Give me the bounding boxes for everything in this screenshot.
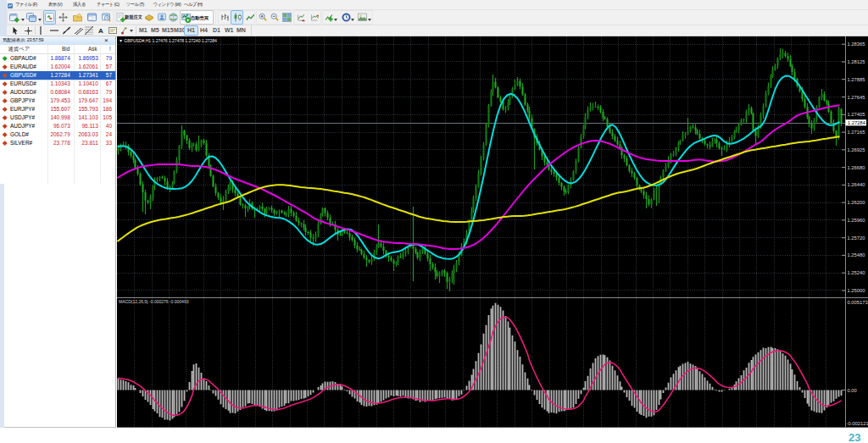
- svg-text:0.00: 0.00: [848, 388, 857, 393]
- svg-text:1.28365: 1.28365: [848, 42, 865, 47]
- svg-text:▼ GBPUSD#,H1 1.27476 1.27478: ▼ GBPUSD#,H1 1.27476 1.27478 1.27240 1.2…: [119, 38, 217, 43]
- svg-text:1.27165: 1.27165: [848, 130, 865, 135]
- svg-text:0.005173: 0.005173: [848, 300, 868, 305]
- svg-text:1.27645: 1.27645: [848, 95, 865, 100]
- svg-text:1.25000: 1.25000: [848, 288, 865, 293]
- svg-text:1.28125: 1.28125: [848, 59, 865, 64]
- svg-text:MACD(12,26,9) -0.000276 -0.000: MACD(12,26,9) -0.000276 -0.000493: [119, 299, 189, 304]
- svg-text:1.27284: 1.27284: [848, 120, 866, 125]
- svg-text:1.25960: 1.25960: [848, 218, 865, 223]
- svg-text:1.25720: 1.25720: [848, 235, 865, 241]
- svg-text:-0.002121: -0.002121: [847, 421, 868, 426]
- svg-text:1.26925: 1.26925: [848, 147, 865, 152]
- svg-text:1.25480: 1.25480: [848, 252, 865, 257]
- svg-text:1.27405: 1.27405: [848, 112, 865, 117]
- svg-text:1.25240: 1.25240: [848, 270, 865, 275]
- svg-text:1.27885: 1.27885: [848, 77, 865, 82]
- svg-text:1.26680: 1.26680: [848, 165, 865, 170]
- svg-text:1.26440: 1.26440: [848, 182, 865, 187]
- svg-text:1.26200: 1.26200: [848, 200, 865, 205]
